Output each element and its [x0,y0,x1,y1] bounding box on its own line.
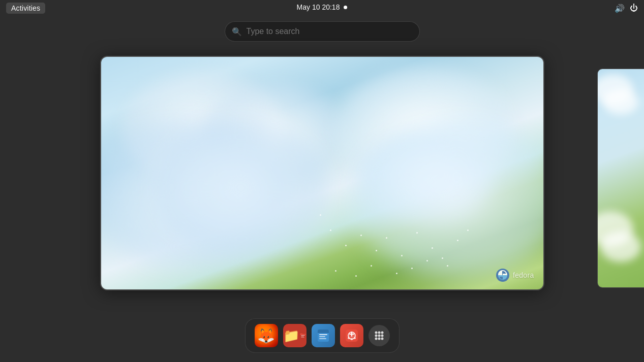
svg-rect-5 [301,336,304,337]
sparkle [432,247,433,249]
volume-icon[interactable]: 🔊 [615,4,625,13]
search-input[interactable] [225,21,420,42]
sparkle [457,240,458,241]
svg-point-17 [354,337,356,339]
svg-point-20 [381,332,383,334]
svg-rect-9 [318,332,329,333]
svg-rect-4 [301,335,304,336]
sparkle [447,265,448,267]
sparkle [345,245,347,246]
svg-point-21 [375,335,377,337]
sparkle [426,260,428,261]
svg-point-24 [375,338,377,340]
sparkle [416,232,418,234]
notification-dot [344,6,347,9]
dock-icon-appgrid[interactable] [369,325,390,346]
sparkle [320,214,321,216]
editor-svg [316,328,331,343]
svg-point-22 [378,335,380,337]
fedora-watermark: fedora [496,268,534,282]
sparkle [335,270,336,272]
fedora-text-label: fedora [513,271,534,279]
clock-label: May 10 20:18 [297,3,340,11]
dock-icon-software[interactable] [340,324,363,347]
fedora-logo-icon [496,268,510,282]
dock-icon-editor[interactable] [312,324,335,347]
cloud-6 [152,117,330,259]
system-icons-area: 🔊 ⏻ [615,4,638,13]
svg-point-18 [375,332,377,334]
svg-rect-10 [319,334,327,335]
svg-point-16 [351,338,353,340]
power-icon[interactable]: ⏻ [630,4,638,13]
workspaces-area: fedora [0,56,644,290]
search-container: 🔍 [225,21,420,42]
activities-button[interactable]: Activities [6,3,45,14]
svg-point-19 [378,332,380,334]
sparkle [401,255,403,256]
appgrid-svg [373,329,386,342]
svg-point-26 [381,338,383,340]
secondary-wallpaper [598,69,644,287]
dock-icon-firefox[interactable] [255,324,278,347]
svg-rect-6 [301,337,304,338]
top-bar: Activities May 10 20:18 🔊 ⏻ [0,0,644,16]
sparkle [371,265,372,267]
sparkle [360,235,362,236]
clock-area: May 10 20:18 [297,3,348,11]
svg-rect-12 [319,338,326,339]
sparkle [411,268,413,269]
files-svg [299,328,306,343]
workspace-wallpaper: fedora [101,57,543,289]
sparkle [467,229,469,231]
sparkle [442,257,443,259]
dock [245,318,400,353]
sec-cloud-2 [603,89,638,115]
svg-rect-11 [319,336,325,337]
svg-rect-3 [300,334,302,335]
sparkle [355,275,357,277]
svg-point-15 [348,337,350,339]
dock-icon-files[interactable] [283,324,306,347]
sparkle [376,250,377,251]
sparkle [386,237,387,239]
software-svg [344,328,359,343]
workspace-thumbnail-main[interactable]: fedora [100,56,544,290]
svg-point-23 [381,335,383,337]
sparkle [330,229,331,231]
sparkle [396,273,397,274]
workspace-thumbnail-secondary[interactable] [597,69,644,288]
svg-point-25 [378,338,380,340]
sec-cloud-4 [600,232,641,262]
